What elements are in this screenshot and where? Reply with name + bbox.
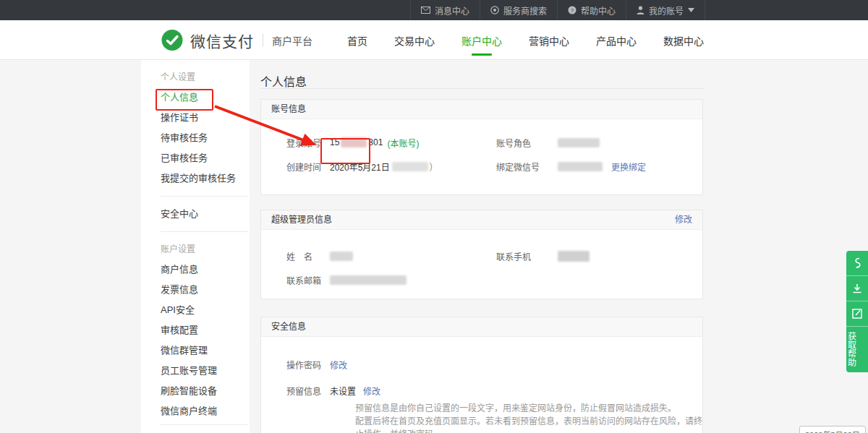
floating-help-stack: 获取帮助 xyxy=(846,251,868,372)
redacted-name xyxy=(330,252,353,261)
security-info-card: 安全信息 操作密码 修改 预留信息 未设置 修改 预留信息是由你自己设置的一段文… xyxy=(260,317,703,433)
nav-marketing-center[interactable]: 营销中心 xyxy=(527,20,571,61)
change-password-link[interactable]: 修改 xyxy=(330,359,347,371)
sidebar-item-staff-account-management[interactable]: 员工账号管理 xyxy=(161,361,250,381)
nav-label: 产品中心 xyxy=(596,35,637,47)
sidebar-item-security-center[interactable]: 安全中心 xyxy=(161,204,250,224)
sidebar-item-personal-info[interactable]: 个人信息 xyxy=(161,87,250,108)
sidebar-divider xyxy=(161,196,248,197)
redacted-account-role xyxy=(558,138,600,147)
sidebar-divider xyxy=(161,424,248,425)
edit-admin-link[interactable]: 修改 xyxy=(675,210,692,229)
sidebar-item-invoice-info[interactable]: 发票信息 xyxy=(161,280,250,300)
account-info-card: 账号信息 登录账号 15 301 (本账号) 账号角色 xyxy=(260,99,703,195)
login-account-label: 登录账号 xyxy=(286,137,330,149)
login-account-suffix: 301 xyxy=(368,137,383,147)
nav-label: 交易中心 xyxy=(394,35,435,47)
sidebar-item-pending-review-tasks[interactable]: 待审核任务 xyxy=(161,128,250,148)
edit-icon xyxy=(852,309,862,319)
svg-text:?: ? xyxy=(571,7,574,14)
topbar-items: 消息中心 服务商搜索 ? 帮助中心 我的账号 xyxy=(410,0,705,20)
card-header-title: 账号信息 xyxy=(271,100,306,119)
description-line: 预留信息是由你自己设置的一段文字，用来鉴定网站身份，防止假冒网站造成损失。 xyxy=(355,402,702,415)
sidebar-item-wechat-group-management[interactable]: 微信群管理 xyxy=(161,340,250,361)
nav-label: 账户中心 xyxy=(461,35,502,47)
security-info-card-header: 安全信息 xyxy=(261,317,702,337)
nav-label: 营销中心 xyxy=(529,35,569,47)
sidebar-item-reviewed-tasks[interactable]: 已审核任务 xyxy=(161,148,250,168)
download-icon xyxy=(852,283,862,293)
topbar-help-center[interactable]: ? 帮助中心 xyxy=(557,0,626,20)
topbar-item-label: 帮助中心 xyxy=(581,4,616,17)
search-icon xyxy=(490,6,499,14)
contact-email-label: 联系邮箱 xyxy=(286,274,330,286)
date-tooltip: 2020年5月22日 xyxy=(799,426,866,433)
main-nav: 首页 交易中心 账户中心 营销中心 产品中心 数据中心 xyxy=(346,20,705,60)
created-paren: ) xyxy=(430,161,433,171)
contact-service-button[interactable] xyxy=(846,251,868,276)
header: 微信支付 商户平台 首页 交易中心 账户中心 营销中心 产品中心 数据中心 xyxy=(0,20,868,60)
topbar: 消息中心 服务商搜索 ? 帮助中心 我的账号 xyxy=(0,0,868,20)
security-info-card-body: 操作密码 修改 预留信息 未设置 修改 预留信息是由你自己设置的一段文字，用来鉴… xyxy=(261,337,702,433)
reserved-info-status: 未设置 xyxy=(330,385,356,397)
set-reserved-info-link[interactable]: 修改 xyxy=(363,385,380,397)
envelope-icon xyxy=(421,7,430,14)
nav-account-center[interactable]: 账户中心 xyxy=(460,20,503,61)
account-info-card-header: 账号信息 xyxy=(261,100,702,119)
sidebar-divider xyxy=(161,231,248,232)
title-divider xyxy=(260,88,703,89)
topbar-service-search[interactable]: 服务商搜索 xyxy=(480,0,557,20)
redacted-login-digits xyxy=(341,137,367,147)
account-role-label: 账号角色 xyxy=(496,137,558,149)
brand-subtitle: 商户平台 xyxy=(272,33,312,48)
topbar-my-account[interactable]: 我的账号 xyxy=(626,0,705,20)
chevron-down-icon xyxy=(688,8,694,12)
sidebar-section-personal-settings: 个人设置 xyxy=(161,67,250,87)
super-admin-card-header: 超级管理员信息 修改 xyxy=(261,210,702,230)
redacted-created-time xyxy=(392,162,428,171)
contact-phone-label: 联系手机 xyxy=(496,250,558,262)
redacted-email xyxy=(330,275,407,285)
brand-divider xyxy=(263,34,263,47)
sidebar: 个人设置 个人信息 操作证书 待审核任务 已审核任务 我提交的审核任务 安全中心… xyxy=(141,60,250,433)
nav-home[interactable]: 首页 xyxy=(346,20,369,61)
main-content: 个人信息 账号信息 登录账号 15 301 (本账号) xyxy=(260,60,703,433)
sidebar-item-api-security[interactable]: API安全 xyxy=(161,300,250,320)
question-icon: ? xyxy=(568,6,576,14)
sidebar-item-face-smart-device[interactable]: 刷脸智能设备 xyxy=(161,381,250,401)
brand-name: 微信支付 xyxy=(190,30,254,51)
sidebar-item-wechat-merchant-terminal[interactable]: 微信商户终端 xyxy=(161,401,250,421)
nav-label: 数据中心 xyxy=(663,35,704,47)
account-info-card-body: 登录账号 15 301 (本账号) 账号角色 xyxy=(261,119,702,173)
sidebar-item-merchant-info[interactable]: 商户信息 xyxy=(161,260,250,280)
nav-data-center[interactable]: 数据中心 xyxy=(662,20,705,61)
reserved-info-description: 预留信息是由你自己设置的一段文字，用来鉴定网站身份，防止假冒网站造成损失。 配置… xyxy=(355,402,702,433)
login-account-value: 15 301 (本账号) xyxy=(330,137,419,149)
description-line: 配置后将在首页及充值页面显示。若未看到预留信息，表明当前访问的网站存在风险，请终… xyxy=(355,415,702,433)
download-button[interactable] xyxy=(846,276,868,301)
reserved-info-label: 预留信息 xyxy=(286,385,330,397)
person-icon xyxy=(637,6,644,14)
created-date: 2020年5月21日 xyxy=(330,160,390,173)
topbar-item-label: 消息中心 xyxy=(435,4,469,17)
wechat-pay-logo-icon xyxy=(161,29,184,52)
redacted-phone xyxy=(558,251,590,262)
bound-wechat-label: 绑定微信号 xyxy=(496,160,558,173)
operation-password-label: 操作密码 xyxy=(286,359,330,371)
get-help-button[interactable]: 获取帮助 xyxy=(846,327,856,372)
nav-product-center[interactable]: 产品中心 xyxy=(595,20,638,61)
name-label: 姓 名 xyxy=(286,250,330,262)
sidebar-item-my-submitted-review-tasks[interactable]: 我提交的审核任务 xyxy=(161,168,250,189)
redacted-wechat-id xyxy=(558,162,603,171)
link-icon xyxy=(853,257,861,269)
nav-transaction-center[interactable]: 交易中心 xyxy=(393,20,436,61)
login-account-prefix: 15 xyxy=(330,137,339,147)
topbar-message-center[interactable]: 消息中心 xyxy=(410,0,480,20)
sidebar-item-operation-certificate[interactable]: 操作证书 xyxy=(161,108,250,128)
page-title: 个人信息 xyxy=(260,60,703,88)
feedback-button[interactable] xyxy=(846,301,868,327)
sidebar-item-review-config[interactable]: 审核配置 xyxy=(161,320,250,340)
nav-active-underline xyxy=(472,53,492,56)
change-binding-link[interactable]: 更换绑定 xyxy=(611,160,646,173)
topbar-item-label: 服务商搜索 xyxy=(503,4,547,17)
